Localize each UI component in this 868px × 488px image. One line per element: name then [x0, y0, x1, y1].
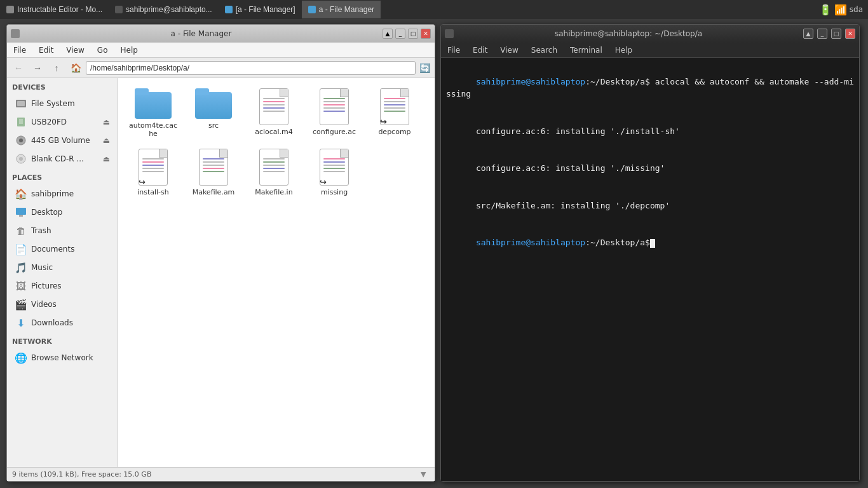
- makefile-in-name: Makefile.in: [255, 188, 292, 196]
- network-section-title: NETWORK: [7, 332, 118, 348]
- term-menu-view[interactable]: View: [494, 43, 524, 57]
- fm-menu-help[interactable]: Help: [114, 43, 144, 57]
- sidebar-network-label: Browse Network: [31, 353, 93, 362]
- sidebar-usb-label: USB20FD: [31, 118, 67, 126]
- term-menu-search[interactable]: Search: [525, 43, 564, 57]
- devices-section-title: DEVICES: [7, 78, 118, 94]
- sidebar-item-filesystem[interactable]: File System: [10, 95, 115, 112]
- sidebar-item-sahibprime[interactable]: 🏠 sahibprime: [10, 185, 115, 203]
- fm-forward-button[interactable]: →: [29, 60, 46, 76]
- fm-statusbar-text: 9 items (109.1 kB), Free space: 15.0 GB: [12, 470, 151, 478]
- home-icon: 🏠: [15, 187, 27, 200]
- term-menu-edit[interactable]: Edit: [466, 43, 494, 57]
- sidebar-item-documents[interactable]: 📄 Documents: [10, 240, 115, 258]
- file-item-depcomp[interactable]: ↪ depcomp: [366, 85, 423, 142]
- terminal-line-3: configure.ac:6: installing './missing': [446, 150, 854, 187]
- fm-menu-edit[interactable]: Edit: [32, 43, 60, 57]
- fm-up-button[interactable]: ↑: [48, 60, 65, 76]
- taskbar-btn-fm1[interactable]: [a - File Manager]: [219, 1, 302, 18]
- terminal-line-1: sahibprime@sahiblaptop:~/Desktop/a$ aclo…: [446, 63, 854, 112]
- terminal-out-2: configure.ac:6: installing './install-sh…: [476, 126, 680, 136]
- fm-maximize[interactable]: □: [408, 29, 418, 39]
- src-name: src: [208, 121, 219, 130]
- statusbar-scroll-icon[interactable]: ▼: [421, 470, 430, 479]
- aclocal-icon: [259, 88, 288, 125]
- term-minimize[interactable]: _: [817, 29, 827, 39]
- sidebar-item-browse-network[interactable]: 🌐 Browse Network: [10, 349, 115, 367]
- sidebar-music-label: Music: [31, 263, 53, 272]
- file-item-missing[interactable]: ↪ missing: [306, 145, 363, 200]
- fm-toolbar: ← → ↑ 🏠 🔄: [7, 58, 435, 78]
- terminal-title-icon: [445, 29, 454, 38]
- places-section-title: PLACES: [7, 168, 118, 184]
- sidebar-item-pictures[interactable]: 🖼 Pictures: [10, 277, 115, 295]
- installsh-icon: ↪: [139, 149, 168, 186]
- file-item-src[interactable]: src: [185, 85, 242, 142]
- file-grid: autom4te.cache src: [118, 78, 435, 467]
- videos-icon: 🎬: [15, 298, 27, 311]
- file-item-installsh[interactable]: ↪ install-sh: [125, 145, 182, 200]
- filesystem-icon: [15, 97, 27, 110]
- sidebar-item-usb[interactable]: USB20FD ⏏: [10, 113, 115, 131]
- sidebar-item-blankcdr[interactable]: Blank CD-R ... ⏏: [10, 150, 115, 168]
- fm-menu-go[interactable]: Go: [91, 43, 114, 57]
- network-icon: 🌐: [15, 351, 27, 364]
- makefile-am-icon: [199, 149, 228, 186]
- file-item-configure[interactable]: configure.ac: [306, 85, 363, 142]
- terminal-line-5: sahibprime@sahiblaptop:~/Desktop/a$: [446, 224, 854, 262]
- fm-home-button[interactable]: 🏠: [67, 60, 85, 76]
- terminal-body[interactable]: sahibprime@sahiblaptop:~/Desktop/a$ aclo…: [441, 58, 859, 481]
- fm-close[interactable]: ✕: [421, 29, 431, 39]
- fm-scroll-up[interactable]: ▲: [383, 29, 393, 39]
- fm-menu-bar: File Edit View Go Help: [7, 43, 435, 58]
- fm-sidebar: DEVICES File System USB20FD ⏏ 445 GB Vol…: [7, 78, 118, 467]
- file-manager-title-icon: [11, 29, 20, 38]
- taskbar-btn-instructable[interactable]: Instructable Editor - Mo...: [0, 1, 109, 18]
- svg-rect-8: [16, 208, 26, 215]
- missing-name: missing: [321, 188, 348, 196]
- usb-eject-icon[interactable]: ⏏: [103, 118, 110, 126]
- documents-icon: 📄: [15, 243, 27, 255]
- makefile-am-name: Makefile.am: [193, 188, 235, 196]
- term-menu-file[interactable]: File: [441, 43, 466, 57]
- file-item-autom4te[interactable]: autom4te.cache: [125, 85, 182, 142]
- fm-back-button[interactable]: ←: [10, 60, 27, 76]
- sidebar-item-desktop[interactable]: Desktop: [10, 203, 115, 221]
- sidebar-desktop-label: Desktop: [31, 208, 63, 217]
- svg-rect-3: [19, 119, 23, 124]
- sidebar-item-downloads[interactable]: ⬇ Downloads: [10, 314, 115, 332]
- fm-address-input[interactable]: [86, 61, 416, 75]
- fm-menu-file[interactable]: File: [7, 43, 32, 57]
- autom4te-icon: [135, 88, 172, 119]
- svg-rect-1: [17, 101, 25, 106]
- terminal-menu-bar: File Edit View Search Terminal Help: [441, 43, 859, 58]
- term-maximize[interactable]: □: [831, 29, 841, 39]
- term-scroll-up[interactable]: ▲: [803, 29, 813, 39]
- file-item-makefile-am[interactable]: Makefile.am: [185, 145, 242, 200]
- fm-minimize[interactable]: _: [395, 29, 405, 39]
- blankcdr-icon: [15, 152, 27, 165]
- missing-icon: ↪: [320, 149, 349, 186]
- configure-icon: [320, 88, 349, 125]
- taskbar-btn-terminal[interactable]: sahibprime@sahiblapto...: [109, 1, 219, 18]
- installsh-link-icon: ↪: [139, 177, 146, 187]
- sidebar-item-445gb[interactable]: 445 GB Volume ⏏: [10, 132, 115, 149]
- sidebar-item-trash[interactable]: 🗑 Trash: [10, 222, 115, 240]
- sidebar-pictures-label: Pictures: [31, 281, 62, 290]
- sidebar-item-music[interactable]: 🎵 Music: [10, 259, 115, 276]
- term-menu-help[interactable]: Help: [609, 43, 639, 57]
- fm-menu-view[interactable]: View: [60, 43, 90, 57]
- blankcdr-eject-icon[interactable]: ⏏: [103, 154, 110, 163]
- file-item-makefile-in[interactable]: Makefile.in: [245, 145, 302, 200]
- term-menu-terminal[interactable]: Terminal: [564, 43, 609, 57]
- fm-statusbar: 9 items (109.1 kB), Free space: 15.0 GB …: [7, 467, 435, 481]
- 445gb-eject-icon[interactable]: ⏏: [103, 136, 110, 145]
- fm-refresh-button[interactable]: 🔄: [417, 60, 432, 76]
- makefile-in-icon: [259, 149, 288, 186]
- music-icon: 🎵: [15, 261, 27, 274]
- sidebar-item-videos[interactable]: 🎬 Videos: [10, 295, 115, 313]
- term-close[interactable]: ✕: [845, 29, 855, 39]
- file-item-aclocal[interactable]: aclocal.m4: [245, 85, 302, 142]
- autom4te-name: autom4te.cache: [127, 121, 179, 138]
- taskbar-btn-fm2[interactable]: a - File Manager: [302, 1, 381, 18]
